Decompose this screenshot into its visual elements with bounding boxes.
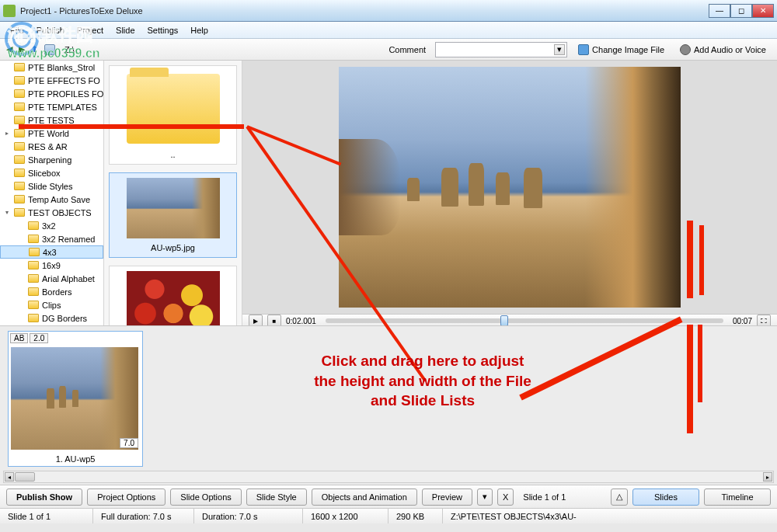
folder-icon [14,195,25,203]
drive-icon [44,44,55,55]
folder-thumb-icon [127,74,220,144]
tree-label: Sharpening [28,155,71,165]
maximize-button[interactable]: ◻ [730,4,752,18]
tree-item[interactable]: Arial Alphabet [0,272,103,285]
tree-item[interactable]: Clips [0,298,103,311]
project-options-button[interactable]: Project Options [87,489,166,506]
image-thumb [127,178,220,238]
annotation-line [687,221,693,298]
tree-item[interactable]: Slicebox [0,166,103,179]
menu-slide[interactable]: Slide [110,24,140,37]
slide-options-button[interactable]: Slide Options [170,489,241,506]
file-thumb[interactable]: .. [109,65,237,165]
timeline-tab[interactable]: Timeline [704,489,771,506]
annotation-text: Click and drag here to adjust the height… [314,351,531,411]
speaker-icon [680,44,691,55]
title-bar: Project1 - PicturesToExe Deluxe — ◻ ✕ [0,0,777,22]
status-dimensions: 1600 x 1200 [303,509,388,523]
tree-label: Slide Styles [28,182,72,191]
scroll-right-icon[interactable]: ▸ [763,472,772,482]
app-icon [3,5,16,17]
tree-label: Arial Alphabet [42,274,95,283]
preview-image [339,67,681,308]
tree-item[interactable]: 4x3 [0,245,103,259]
slide-transition-badge: 2.0 [30,333,48,343]
menu-project[interactable]: Project [71,24,109,37]
tree-label: 4x3 [43,248,57,257]
seek-handle[interactable] [500,315,508,326]
folder-icon [14,208,25,217]
tree-item[interactable]: 3x2 Renamed [0,232,103,245]
path-display[interactable]: Z:\ [64,45,75,54]
current-time: 0:02.001 [286,317,316,325]
objects-animation-button[interactable]: Objects and Animation [312,489,417,506]
tree-item[interactable]: ▾TEST OBJECTS [0,206,103,219]
file-list[interactable]: ..AU-wp5.jpgAutumn-Leaves-2_1... [104,61,242,325]
watermark-logo [5,22,39,56]
folder-icon [28,301,39,309]
preview-canvas[interactable] [242,61,777,314]
slides-tab[interactable]: Slides [632,489,699,506]
expander-icon[interactable]: ▸ [3,130,10,137]
add-audio-button[interactable]: Add Audio or Voice [675,43,771,57]
tree-item[interactable]: Sharpening [0,153,103,166]
tree-label: PTE Blanks_Strol [28,63,95,72]
tree-label: PTE TESTS [28,116,75,125]
preview-button[interactable]: Preview [422,489,472,506]
status-size: 290 KB [388,509,443,523]
folder-icon [14,169,25,177]
expander-icon[interactable]: ▾ [3,209,10,216]
tree-item[interactable]: PTE TEMPLATES [0,100,103,113]
thumb-label: AU-wp5.jpg [113,242,233,254]
slide-counter: Slide 1 of 1 [523,492,566,502]
tree-item[interactable]: Temp Auto Save [0,193,103,206]
slide-card[interactable]: AB 2.0 7.0 1. AU-wp5 [8,331,143,467]
x-button[interactable]: X [497,489,514,506]
preview-menu-button[interactable]: ▾ [477,489,493,506]
tree-item[interactable]: PTE EFFECTS FO [0,74,103,87]
annotation-line [699,225,704,295]
scroll-thumb[interactable] [15,472,35,482]
slide-ab-badge[interactable]: AB [10,333,28,343]
tree-item[interactable]: Slide Styles [0,179,103,193]
file-thumb[interactable]: AU-wp5.jpg [109,172,237,258]
collapse-button[interactable]: △ [611,489,628,506]
comment-label: Comment [388,45,426,54]
folder-icon [28,314,39,322]
folder-tree[interactable]: PTE Blanks_StrolPTE EFFECTS FOPTE PROFIL… [0,61,104,325]
folder-icon [28,235,39,243]
file-thumb[interactable]: Autumn-Leaves-2_1... [109,266,237,325]
chevron-down-icon: ▾ [554,44,565,55]
slide-style-button[interactable]: Slide Style [246,489,307,506]
tree-label: 3x2 Renamed [42,235,96,244]
tree-item[interactable]: PTE PROFILES FO [0,87,103,100]
tree-label: Borders [42,287,72,297]
folder-icon [28,261,39,269]
close-button[interactable]: ✕ [752,4,774,18]
tree-label: Temp Auto Save [28,195,90,204]
horizontal-scrollbar[interactable]: ◂ ▸ [3,471,774,483]
folder-icon [28,274,39,283]
scroll-left-icon[interactable]: ◂ [5,472,14,482]
publish-show-button[interactable]: Publish Show [6,489,82,506]
image-icon [578,44,589,55]
status-bar: Slide 1 of 1 Full duration: 7.0 s Durati… [0,508,777,523]
bottom-toolbar: Publish Show Project Options Slide Optio… [0,485,777,508]
folder-icon [28,221,39,230]
comment-combo[interactable]: ▾ [435,42,567,57]
tree-item[interactable]: Borders [0,285,103,298]
tree-item[interactable]: DG Borders [0,311,103,325]
tree-item[interactable]: RES & AR [0,140,103,153]
tree-item[interactable]: PTE Blanks_Strol [0,61,103,74]
change-image-button[interactable]: Change Image File [573,43,669,57]
menu-settings[interactable]: Settings [142,24,184,37]
slide-thumbnail [11,347,138,450]
folder-icon [14,89,25,98]
tree-item[interactable]: 16x9 [0,259,103,272]
menu-help[interactable]: Help [185,24,214,37]
status-slide: Slide 1 of 1 [0,509,93,523]
minimize-button[interactable]: — [709,4,730,18]
tree-item[interactable]: 3x2 [0,219,103,232]
folder-icon [14,116,25,124]
preview-pane: ▶ ■ 0:02.001 00:07 ⛶ [242,61,777,325]
